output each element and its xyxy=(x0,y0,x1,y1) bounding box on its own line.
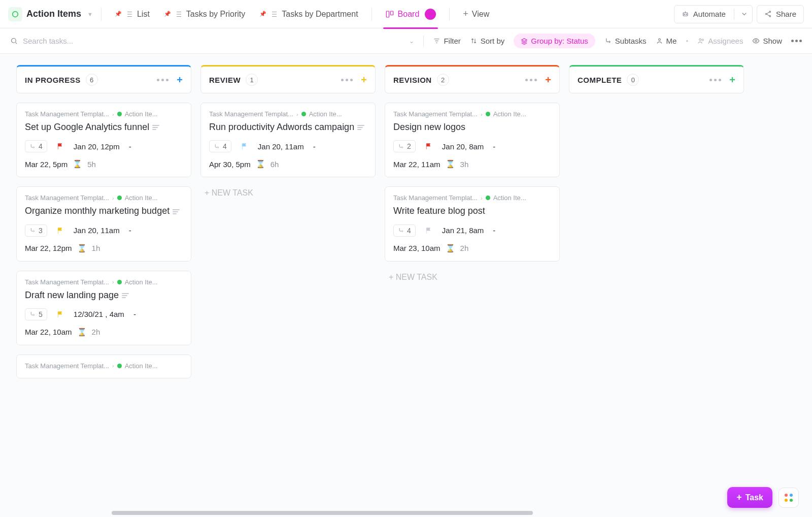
share-button[interactable]: Share xyxy=(757,5,804,23)
task-card[interactable]: Task Management Templat...›Action Ite...… xyxy=(385,186,560,261)
separator xyxy=(734,9,734,20)
tab-label: View xyxy=(472,10,489,19)
column-menu-icon[interactable] xyxy=(341,79,353,81)
chevron-down-icon[interactable]: ⌄ xyxy=(409,38,414,45)
subtask-badge[interactable]: 3 xyxy=(25,224,47,237)
dash: - xyxy=(493,226,495,235)
priority-flag-icon[interactable] xyxy=(56,142,64,151)
svg-point-11 xyxy=(699,39,701,41)
new-task-button[interactable]: + NEW TASK xyxy=(205,188,376,198)
new-task-button[interactable]: + NEW TASK xyxy=(389,273,560,282)
tab-label: Tasks by Priority xyxy=(186,10,245,19)
group-by-pill[interactable]: Group by: Status xyxy=(514,34,595,48)
more-icon[interactable] xyxy=(791,40,802,42)
start-date: Apr 30, 5pm xyxy=(209,160,251,169)
list-title[interactable]: Action Items xyxy=(26,9,81,19)
task-title: Draft new landing page xyxy=(25,289,183,301)
dash: - xyxy=(133,310,136,318)
due-date: Jan 20, 11am xyxy=(74,226,120,235)
time-estimate: 2h xyxy=(460,244,469,252)
svg-point-4 xyxy=(684,14,685,15)
pin-icon: 📌 xyxy=(259,11,266,17)
arrow-right-icon[interactable] xyxy=(425,9,436,20)
breadcrumb: Task Management Templat...›Action Ite... xyxy=(393,194,551,202)
column-header[interactable]: REVIEW 1 + xyxy=(200,65,376,93)
description-icon xyxy=(357,125,364,130)
subtask-badge[interactable]: 5 xyxy=(25,308,47,320)
priority-flag-icon[interactable] xyxy=(241,142,249,151)
search-input[interactable] xyxy=(23,37,134,45)
app-launcher-button[interactable] xyxy=(779,488,799,508)
task-meta-row: 4 Jan 20, 11am - xyxy=(209,140,367,152)
tab-priority[interactable]: 📌 Tasks by Priority xyxy=(159,0,250,28)
assignees-button[interactable]: Assignees xyxy=(697,37,743,45)
column-header[interactable]: REVISION 2 + xyxy=(385,65,560,93)
column-name: REVISION xyxy=(393,76,432,84)
column-menu-icon[interactable] xyxy=(157,79,168,81)
priority-flag-icon[interactable] xyxy=(56,310,64,319)
breadcrumb: Task Management Templat...›Action Ite... xyxy=(25,278,183,286)
hourglass-icon: ⌛ xyxy=(77,244,87,253)
tab-label: Tasks by Department xyxy=(282,10,358,19)
task-time-row: Mar 23, 10am ⌛ 2h xyxy=(393,244,551,253)
add-card-icon[interactable]: + xyxy=(729,74,735,86)
task-card[interactable]: Task Management Templat...›Action Ite... xyxy=(16,354,191,378)
show-button[interactable]: Show xyxy=(752,37,782,45)
task-time-row: Mar 22, 10am ⌛ 2h xyxy=(25,328,183,337)
chevron-down-icon[interactable] xyxy=(740,10,748,18)
automate-label: Automate xyxy=(693,10,726,18)
sort-button[interactable]: Sort by xyxy=(470,37,505,45)
add-card-icon[interactable]: + xyxy=(177,74,183,86)
new-task-fab[interactable]: + Task xyxy=(727,487,772,508)
pin-icon: 📌 xyxy=(115,11,122,17)
hourglass-icon: ⌛ xyxy=(73,159,82,169)
hourglass-icon: ⌛ xyxy=(446,244,455,253)
task-card[interactable]: Task Management Templat...›Action Ite...… xyxy=(385,103,560,177)
automate-button[interactable]: Automate xyxy=(674,5,753,23)
separator xyxy=(101,8,101,21)
task-card[interactable]: Task Management Templat...›Action Ite...… xyxy=(16,186,191,261)
horizontal-scrollbar[interactable] xyxy=(112,511,533,515)
column-header[interactable]: IN PROGRESS 6 + xyxy=(16,65,191,93)
task-card[interactable]: Task Management Templat...›Action Ite...… xyxy=(200,103,376,177)
svg-point-10 xyxy=(658,39,660,41)
add-card-icon[interactable]: + xyxy=(361,74,367,86)
board-column: COMPLETE 0 + xyxy=(569,65,744,497)
priority-flag-icon[interactable] xyxy=(425,226,433,235)
subtasks-button[interactable]: Subtasks xyxy=(604,37,647,45)
chevron-down-icon[interactable]: ▼ xyxy=(87,11,93,17)
filter-icon xyxy=(433,37,441,45)
tab-board[interactable]: Board xyxy=(380,0,442,28)
start-date: Mar 22, 5pm xyxy=(25,160,67,169)
svg-rect-2 xyxy=(390,11,393,15)
tab-list[interactable]: 📌 List xyxy=(110,0,155,28)
subtask-icon xyxy=(604,37,612,45)
hourglass-icon: ⌛ xyxy=(256,159,265,169)
subtask-badge[interactable]: 4 xyxy=(209,140,231,152)
column-menu-icon[interactable] xyxy=(709,79,721,81)
priority-flag-icon[interactable] xyxy=(56,226,64,235)
column-name: IN PROGRESS xyxy=(25,76,81,84)
breadcrumb: Task Management Templat...›Action Ite... xyxy=(209,110,367,118)
subtask-badge[interactable]: 4 xyxy=(393,224,416,237)
column-menu-icon[interactable] xyxy=(525,79,537,81)
tab-label: List xyxy=(137,10,150,19)
svg-point-8 xyxy=(769,16,771,17)
add-view[interactable]: + View xyxy=(458,0,494,28)
task-card[interactable]: Task Management Templat...›Action Ite...… xyxy=(16,103,191,177)
filter-button[interactable]: Filter xyxy=(433,37,460,45)
task-card[interactable]: Task Management Templat...›Action Ite...… xyxy=(16,271,191,345)
subtask-badge[interactable]: 4 xyxy=(25,140,47,152)
board-view: IN PROGRESS 6 + Task Management Templat.… xyxy=(0,54,812,517)
tab-department[interactable]: 📌 Tasks by Department xyxy=(254,0,363,28)
users-icon xyxy=(697,37,705,45)
priority-flag-icon[interactable] xyxy=(425,142,433,151)
me-button[interactable]: Me xyxy=(656,37,677,45)
subtask-badge[interactable]: 2 xyxy=(393,140,416,152)
search-icon xyxy=(10,37,18,45)
column-header[interactable]: COMPLETE 0 + xyxy=(569,65,744,93)
breadcrumb: Task Management Templat...›Action Ite... xyxy=(25,362,183,370)
pin-icon: 📌 xyxy=(164,11,171,17)
user-icon xyxy=(656,37,663,45)
add-card-icon[interactable]: + xyxy=(545,74,551,86)
